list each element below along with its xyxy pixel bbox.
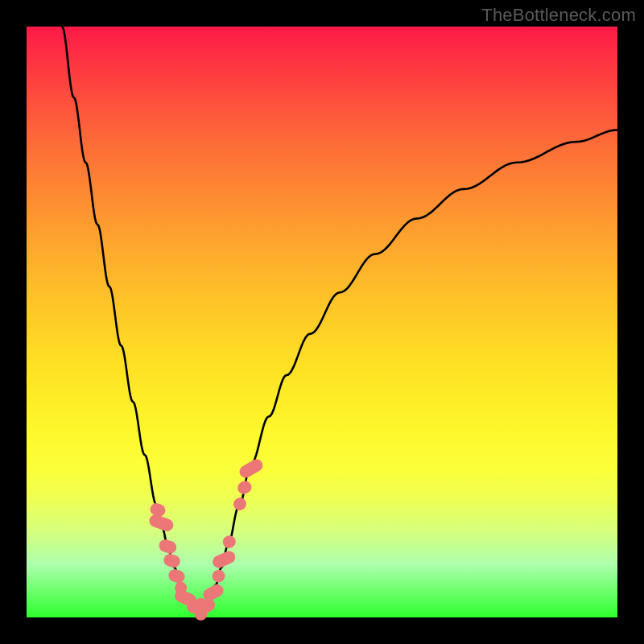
curve-marker [211,549,237,570]
right-curve [205,130,617,609]
plot-area [27,27,617,617]
curve-marker [162,552,181,569]
curve-marker [167,568,186,584]
curve-layer [62,27,617,609]
chart-frame: TheBottleneck.com [0,0,644,644]
curve-marker [158,538,179,555]
curve-marker [231,495,248,512]
curve-marker [237,457,265,481]
chart-svg [27,27,617,617]
curve-marker [221,534,237,551]
watermark-text: TheBottleneck.com [481,5,636,26]
left-curve [62,27,196,609]
curve-marker [235,479,254,497]
curve-marker [210,568,227,584]
